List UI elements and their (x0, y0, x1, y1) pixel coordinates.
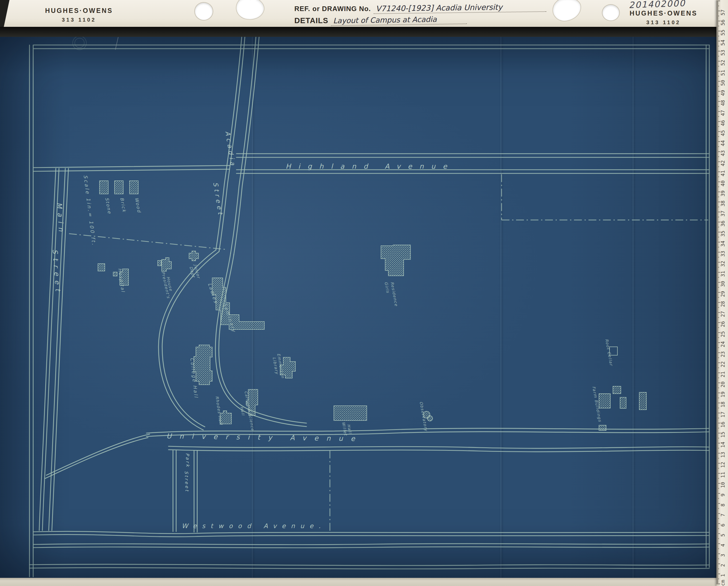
building-willet-hall (334, 406, 367, 421)
punch-hole (602, 4, 620, 21)
ruler-number: 56 (720, 20, 726, 26)
building-girls-residence (381, 245, 411, 276)
paper-header: HUGHES·OWENS 313 1102 REF. or DRAWING No… (0, 0, 728, 27)
ruler-number: 49 (720, 90, 726, 96)
ruler-number: 7 (720, 514, 726, 516)
building-junior-dept (189, 251, 199, 261)
building-farm (599, 425, 606, 430)
punch-hole (194, 2, 213, 21)
details-value-handwritten: Layout of Campus at Acadia (331, 15, 467, 26)
ruler-number: 51 (720, 70, 726, 76)
ruler-number: 50 (720, 80, 726, 86)
street-label: Westwood Avenue. (182, 522, 326, 530)
ruler-number: 57 (720, 9, 726, 16)
ruler-number: 12 (720, 462, 726, 468)
building-farm (639, 392, 646, 410)
building-label: Girls (384, 282, 390, 294)
building-label: Residence (390, 282, 399, 307)
street-label: Street (51, 249, 62, 295)
embossed-stamp (73, 37, 86, 50)
brand-code: 313 1102 (40, 17, 119, 23)
street-label: Main (55, 202, 66, 236)
ruler-number: 43 (720, 150, 726, 156)
ruler-number: 44 (720, 140, 726, 146)
ruler-number: 48 (720, 100, 726, 106)
legend-label: Stone (104, 197, 112, 215)
ruler-number: 16 (720, 422, 726, 428)
building-presidents-annex (158, 261, 161, 266)
ruler-number: 2 (720, 564, 726, 567)
ruler-number: 18 (720, 402, 726, 407)
ruler-number: 15 (720, 432, 726, 438)
ruler-number: 33 (720, 251, 726, 257)
ruler-number: 54 (720, 40, 726, 46)
ref-label: REF. or DRAWING No. (294, 5, 371, 13)
brand-code: 313 1102 (624, 20, 703, 26)
punch-hole-torn (551, 0, 583, 23)
ruler-number: 28 (720, 301, 726, 307)
campus-map: Highland AvenueUniversity AvenueWestwood… (0, 37, 728, 578)
blueprint-map: Highland AvenueUniversity AvenueWestwood… (0, 37, 728, 578)
street-label: Park (185, 453, 191, 468)
ruler-number: 39 (720, 190, 726, 196)
ruler-number: 35 (720, 231, 726, 237)
street-label: Acadia (224, 131, 237, 168)
street-label: Street (184, 471, 190, 492)
ruler-number: cm (720, 580, 726, 586)
brand-name: HUGHES·OWENS (40, 7, 119, 15)
map-border-frame (29, 45, 709, 577)
building-observatory (427, 416, 433, 421)
ruler-number: 23 (720, 351, 726, 357)
ref-value-handwritten: V71240-[1923] Acadia University (373, 2, 546, 14)
brand-name: HUGHES·OWENS (624, 9, 703, 17)
ruler-number: 9 (720, 494, 726, 496)
street-label: Highland Avenue (286, 162, 454, 170)
ruler-number: 8 (720, 504, 726, 507)
legend-swatch-brick (114, 181, 123, 194)
ruler-number: 1 (720, 574, 726, 577)
buildings (98, 181, 646, 430)
details-label: DETAILS (294, 16, 328, 25)
ruler-number: 32 (720, 261, 726, 267)
ruler-number: 42 (720, 160, 726, 166)
legend-label: Wood (134, 197, 142, 213)
legend-label: Brick (119, 197, 127, 213)
ruler-number: 26 (720, 321, 726, 327)
ruler-number: 5 (720, 534, 726, 536)
ruler-number: 22 (720, 361, 726, 367)
ruler-number: 29 (720, 291, 726, 297)
ruler-number: 24 (720, 341, 726, 347)
details-row: DETAILS Layout of Campus at Acadia (294, 16, 546, 25)
ruler-number: 36 (720, 220, 726, 227)
ruler-number: 4 (720, 543, 726, 547)
paper-bottom-edge (0, 578, 728, 586)
ruler-number: 52 (720, 60, 726, 66)
ruler-number: 10 (720, 482, 726, 488)
brand-block-left: HUGHES·OWENS 313 1102 (40, 7, 119, 23)
building-label: Root Cellar (604, 339, 614, 367)
building-small (98, 264, 105, 271)
ruler-number: 53 (720, 50, 726, 56)
street-label: University Avenue (166, 432, 363, 443)
ruler-number: 6 (720, 524, 726, 527)
brand-block-right: HUGHES·OWENS 313 1102 (624, 9, 703, 26)
ruler-number: 47 (720, 110, 726, 116)
ruler-number: 25 (720, 331, 726, 337)
building-label: Rhodes Hall (214, 396, 223, 425)
ruler-number: 21 (720, 371, 726, 377)
building-small (113, 272, 117, 276)
ruler-number: 3 (720, 554, 726, 557)
title-block: REF. or DRAWING No. V71240-[1923] Acadia… (294, 3, 546, 25)
ruler-number: 27 (720, 311, 726, 317)
ruler-number: 20 (720, 381, 726, 388)
road-campus-drive (158, 250, 307, 430)
cm-ruler: 1234567891011121314151617181920212223242… (717, 0, 728, 586)
ruler-number: 19 (720, 392, 726, 398)
building-ladies-seminary (212, 278, 264, 329)
building-farm (599, 394, 610, 408)
punch-hole-torn (234, 0, 267, 23)
boundary-lines (69, 174, 708, 531)
ruler-number: 45 (720, 130, 726, 136)
ruler-scale: 1234567891011121314151617181920212223242… (717, 0, 728, 586)
ruler-number: 14 (720, 442, 726, 448)
